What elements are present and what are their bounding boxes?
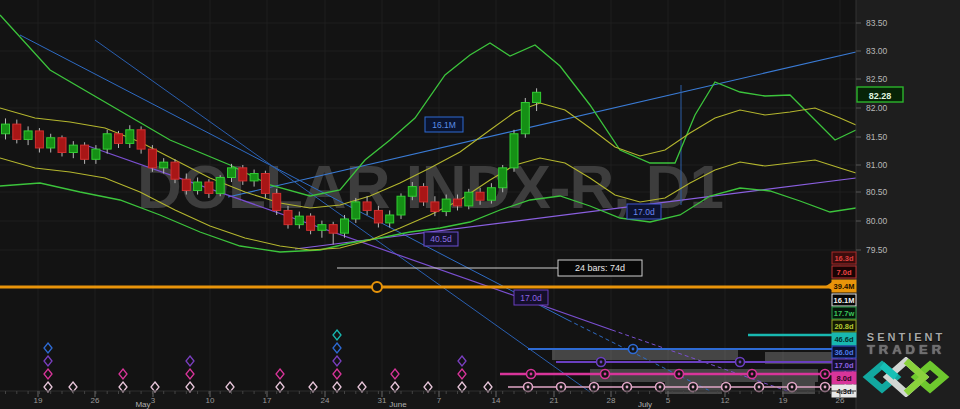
candle-up (533, 92, 541, 102)
cycle-trough-dot (632, 348, 635, 351)
candle-up (92, 149, 100, 159)
candle-up (487, 188, 495, 200)
date-label: 3 (151, 396, 156, 405)
date-label: 26 (91, 396, 100, 405)
date-label: 24 (321, 396, 330, 405)
cycle-status-label: 39.4M (834, 282, 855, 291)
measurement-label: 24 bars: 74d (575, 263, 625, 273)
orange-cycle-marker (372, 282, 382, 292)
month-label: May (135, 400, 150, 409)
cycle-trough-dot (751, 373, 754, 376)
sentient-trader-window: DOLLAR INDX-R, D124 bars: 74d16.1M40.5d1… (0, 0, 960, 409)
cycle-trough-dot (593, 386, 596, 389)
candle-up (499, 168, 507, 188)
date-label: 26 (836, 396, 845, 405)
candle-down (13, 124, 21, 139)
candle-up (103, 134, 111, 149)
candle-down (137, 130, 145, 149)
cycle-status-label: 7.0d (836, 268, 851, 277)
candle-down (307, 216, 315, 230)
candle-up (386, 215, 394, 223)
candle-down (148, 149, 156, 168)
candle-up (352, 202, 360, 219)
cycle-trough-dot (739, 361, 742, 364)
candle-down (81, 145, 89, 159)
price-axis-label: 83.00 (866, 46, 888, 56)
cycle-trough-dot (692, 386, 695, 389)
cycle-status-label: 20.8d (834, 322, 854, 331)
cycle-trough-dot (791, 386, 794, 389)
price-axis-label: 82.00 (866, 103, 888, 113)
cycle-status-label: 36.0d (834, 348, 854, 357)
cycle-nest-zone (590, 369, 818, 382)
candle-down (182, 179, 190, 190)
cycle-trough-dot (530, 373, 533, 376)
candle-up (250, 174, 258, 181)
candle-down (58, 138, 66, 153)
cycle-status-label: 17.7w (834, 309, 855, 318)
candle-down (476, 192, 484, 200)
candle-up (194, 182, 202, 191)
date-label: 5 (666, 396, 671, 405)
candle-down (420, 187, 428, 202)
date-label: 10 (206, 396, 215, 405)
date-label: 28 (607, 396, 616, 405)
candle-down (205, 182, 213, 193)
current-price-value: 82.28 (869, 91, 892, 101)
price-axis-label: 80.50 (866, 187, 888, 197)
candle-down (115, 134, 123, 144)
candle-up (318, 225, 326, 231)
candle-down (239, 168, 247, 181)
candle-up (47, 138, 55, 148)
candle-up (24, 131, 32, 140)
date-label: 21 (550, 396, 559, 405)
candle-up (69, 145, 77, 152)
cycle-status-label: 16.3d (834, 254, 854, 263)
date-label: 14 (492, 396, 501, 405)
cycle-trough-dot (758, 386, 761, 389)
candle-up (295, 216, 303, 225)
candle-down (363, 202, 371, 211)
cycle-trough-dot (600, 361, 603, 364)
candle-down (329, 225, 337, 234)
cycle-trough-dot (626, 386, 629, 389)
cycle-status-label: 16.1M (834, 296, 855, 305)
price-axis-panel[interactable] (856, 0, 960, 409)
cycle-label-text: 40.5d (430, 234, 452, 244)
cycle-trough-dot (560, 386, 563, 389)
candle-down (171, 162, 179, 179)
month-label: July (638, 400, 652, 409)
date-label: 19 (779, 396, 788, 405)
cycle-trough-dot (824, 386, 827, 389)
cycle-trough-dot (659, 386, 662, 389)
candle-up (2, 124, 10, 134)
price-chart-canvas[interactable]: DOLLAR INDX-R, D124 bars: 74d16.1M40.5d1… (0, 0, 960, 409)
candle-up (510, 134, 518, 168)
candle-down (454, 199, 462, 206)
date-label: 7 (437, 396, 442, 405)
candle-down (35, 131, 43, 148)
price-axis-label: 80.00 (866, 216, 888, 226)
price-axis-label: 81.50 (866, 132, 888, 142)
cycle-status-label: 46.6d (834, 335, 854, 344)
date-label: 12 (721, 396, 730, 405)
candle-down (431, 202, 439, 212)
cycle-label-text: 17.0d (520, 293, 542, 303)
candle-up (408, 187, 416, 197)
price-axis-label: 82.50 (866, 74, 888, 84)
candle-up (465, 192, 473, 206)
cycle-trough-dot (527, 386, 530, 389)
candle-up (442, 199, 450, 211)
candle-up (126, 130, 134, 144)
price-axis-label: 83.50 (866, 18, 888, 28)
candle-up (341, 219, 349, 233)
cycle-trough-dot (725, 386, 728, 389)
cycle-label-text: 16.1M (432, 120, 456, 130)
cycle-trough-dot (824, 373, 827, 376)
candle-down (261, 174, 269, 194)
cycle-trough-dot (678, 373, 681, 376)
candle-up (216, 177, 224, 193)
cycle-status-label: 17.0d (834, 361, 854, 370)
date-label: 17 (263, 396, 272, 405)
candle-down (284, 210, 292, 224)
